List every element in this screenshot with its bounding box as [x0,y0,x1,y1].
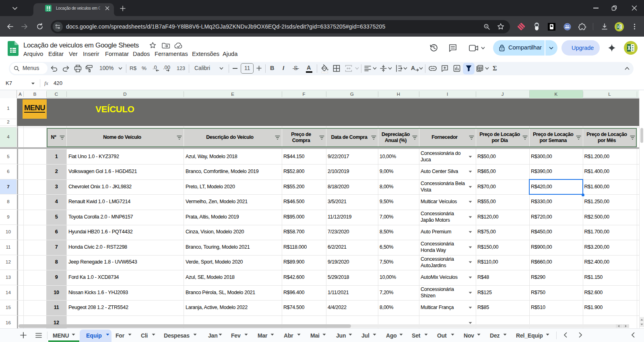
svg-text:Web: Web [566,25,570,27]
